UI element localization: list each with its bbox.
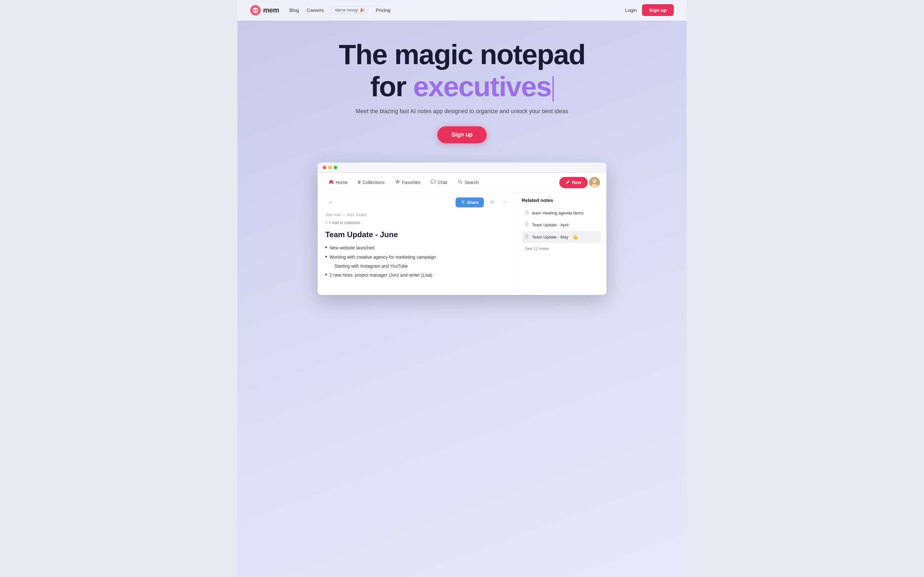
bullet-dot (325, 256, 327, 258)
hero-word-executives: executives (413, 71, 551, 102)
login-button[interactable]: Login (625, 7, 637, 13)
cursor-hand-icon: 👆 (572, 234, 578, 240)
nav-links: Blog Careers We're hiring! 🎉 Pricing (289, 6, 391, 14)
nav-link-blog[interactable]: Blog (289, 7, 299, 13)
related-notes-panel: Related notes team meeting agenda items (517, 192, 606, 295)
share-icon (461, 200, 465, 205)
app-nav-search[interactable]: Search (453, 177, 483, 188)
related-note-3-label: Team Update - May (532, 235, 568, 239)
add-icon: + (325, 221, 328, 225)
app-traffic-lights (323, 166, 337, 169)
note-bullet-2: Working with creative agency for marketi… (325, 253, 509, 261)
app-close-button[interactable] (323, 166, 326, 169)
logo-text: mem (263, 6, 279, 15)
see-more-link[interactable]: See 12 more (522, 243, 601, 253)
favorite-button[interactable] (488, 198, 497, 207)
collections-icon: # (358, 179, 360, 185)
new-note-label: New (572, 180, 582, 185)
note-content: New website launched Working with creati… (325, 244, 509, 279)
app-nav-favorites-label: Favorites (402, 180, 421, 185)
search-icon (457, 179, 463, 185)
note-bullet-1: New website launched (325, 244, 509, 251)
app-nav-favorites[interactable]: Favorites (391, 177, 425, 188)
bullet-text-1: New website launched (330, 244, 375, 251)
app-nav-collections-label: Collections (363, 180, 384, 185)
bullet-dot (325, 247, 327, 248)
svg-point-7 (463, 200, 464, 201)
doc-icon (525, 222, 529, 227)
bullet-dot (325, 274, 327, 276)
hero-title-line1: The magic notepad (244, 40, 680, 69)
bullet-text-2: Working with creative agency for marketi… (330, 253, 436, 261)
note-toolbar: ← (325, 197, 509, 207)
logo[interactable]: mem (250, 5, 279, 15)
related-note-1[interactable]: team meeting agenda items (522, 207, 601, 219)
svg-point-6 (461, 201, 462, 203)
svg-point-8 (463, 203, 464, 204)
svg-point-0 (252, 7, 258, 13)
subbullet-text-1: Starting with Instagram and YouTube (334, 263, 408, 269)
app-nav-home[interactable]: Home (324, 177, 352, 188)
app-title-bar (318, 163, 606, 173)
svg-rect-1 (431, 180, 435, 183)
related-note-3[interactable]: Team Update - May 👆 (522, 231, 601, 243)
favorites-icon (395, 179, 400, 185)
add-to-collection-button[interactable]: + + Add to collection (325, 221, 360, 225)
cursor-line (552, 76, 554, 102)
hero-subtitle: Meet the blazing fast AI notes app desig… (244, 108, 680, 115)
doc-icon (525, 234, 529, 240)
note-subbullet-1: Starting with Instagram and YouTube (332, 263, 509, 269)
nav-signup-button[interactable]: Sign up (642, 4, 674, 16)
app-nav-search-label: Search (465, 180, 479, 185)
hero-title-for: for executives (370, 72, 554, 102)
related-note-2[interactable]: Team Update - April (522, 219, 601, 230)
note-meta: Just now — Jess Joules (325, 213, 509, 217)
app-nav-chat-label: Chat (438, 180, 447, 185)
svg-point-4 (593, 179, 596, 183)
nav-link-careers[interactable]: Careers (307, 7, 324, 13)
related-note-1-label: team meeting agenda items (532, 211, 583, 215)
app-nav-chat[interactable]: Chat (426, 177, 452, 188)
app-nav-home-label: Home (336, 180, 347, 185)
chat-icon (431, 179, 436, 185)
add-collection-label: + Add to collection (329, 221, 360, 225)
nav-link-pricing[interactable]: Pricing (376, 7, 391, 13)
user-avatar[interactable] (589, 177, 600, 188)
hero-section: The magic notepad for executives Meet th… (237, 21, 687, 156)
app-content: ← (318, 192, 606, 295)
app-maximize-button[interactable] (334, 166, 337, 169)
app-mockup-container: Home # Collections Favorites (237, 156, 687, 295)
app-navigation: Home # Collections Favorites (318, 173, 606, 192)
share-button-label: Share (467, 200, 479, 205)
note-title: Team Update - June (325, 230, 509, 239)
bullet-text-3: 2 new hires: project manager (Jon) and w… (330, 271, 433, 279)
hiring-badge[interactable]: We're hiring! 🎉 (331, 6, 368, 14)
app-mockup: Home # Collections Favorites (318, 163, 606, 295)
navigation: mem Blog Careers We're hiring! 🎉 Pricing… (237, 0, 687, 21)
share-button[interactable]: Share (456, 197, 484, 207)
nav-right: Login Sign up (625, 4, 674, 16)
doc-icon (525, 210, 529, 216)
back-button[interactable]: ← (325, 198, 336, 207)
more-options-button[interactable]: ··· (501, 198, 509, 207)
related-note-2-label: Team Update - April (532, 222, 569, 227)
related-notes-title: Related notes (522, 197, 601, 203)
hero-signup-button[interactable]: Sign up (437, 126, 487, 143)
app-minimize-button[interactable] (328, 166, 332, 169)
logo-icon (250, 5, 260, 15)
app-nav-collections[interactable]: # Collections (353, 177, 389, 188)
note-bullet-3: 2 new hires: project manager (Jon) and w… (325, 271, 509, 279)
hero-title-line2: for executives (244, 72, 680, 102)
home-icon (328, 179, 334, 185)
note-editor: ← (318, 192, 517, 295)
new-note-button[interactable]: New (559, 177, 588, 188)
nav-left: mem Blog Careers We're hiring! 🎉 Pricing (250, 5, 391, 15)
new-note-icon (565, 180, 570, 185)
